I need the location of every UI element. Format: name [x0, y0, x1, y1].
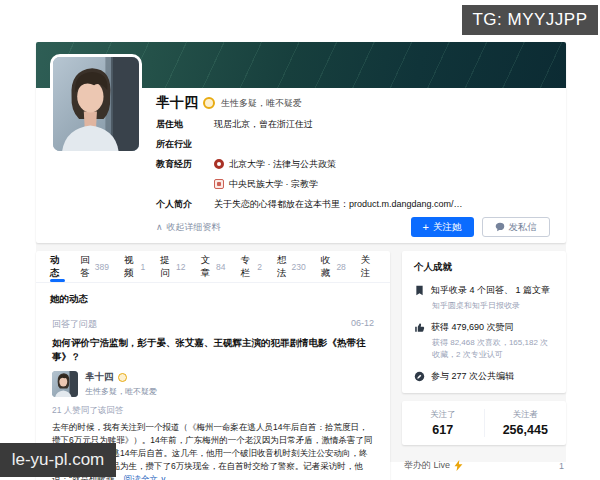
following-stat[interactable]: 关注了 617: [402, 409, 484, 437]
tab-collections[interactable]: 收藏28: [321, 251, 346, 282]
profile-tabs: 动态 回答389 视频1 提问12 文章84 专栏2 想法230 收藏28 关注: [36, 251, 390, 283]
upvote-meta: 21 人赞同了该回答: [52, 405, 374, 417]
follow-button[interactable]: + 关注她: [411, 217, 474, 237]
tab-articles[interactable]: 文章84: [200, 251, 225, 282]
verified-badge-icon[interactable]: [203, 97, 215, 109]
achievement-item: 参与 277 次公共编辑: [414, 370, 554, 383]
profile-avatar[interactable]: [50, 54, 142, 154]
send-message-button[interactable]: 发私信: [482, 217, 551, 237]
profile-header-card: 芈十四 生性多疑，唯不疑爱 居住地 现居北京，曾在浙江住过 所在行业 教育经历: [36, 42, 566, 243]
tab-answers[interactable]: 回答389: [80, 251, 109, 282]
tab-columns[interactable]: 专栏2: [241, 251, 262, 282]
tab-ideas[interactable]: 想法230: [277, 251, 306, 282]
author-name[interactable]: 芈十四: [85, 371, 114, 384]
site-watermark: le-yu-pl.com: [0, 443, 116, 477]
author-avatar[interactable]: [52, 371, 78, 397]
residence-row: 居住地 现居北京，曾在浙江住过: [156, 114, 550, 134]
answer-author: 芈十四 生性多疑，唯不疑爱: [52, 371, 374, 397]
achievements-title: 个人成就: [414, 261, 554, 274]
university-seal-icon: [214, 159, 224, 169]
chevron-down-icon: ∨: [160, 474, 166, 480]
education-entry: 北京大学 · 法律与公共政策: [214, 154, 336, 174]
live-count: 1: [559, 461, 564, 471]
verified-badge-icon: [118, 373, 127, 382]
followers-stat[interactable]: 关注者 256,445: [484, 409, 567, 437]
tab-questions[interactable]: 提问12: [160, 251, 185, 282]
tab-videos[interactable]: 视频1: [124, 251, 145, 282]
collection-icon: [414, 285, 425, 296]
thumbs-up-icon: [414, 322, 425, 333]
follow-stats-card: 关注了 617 关注者 256,445: [402, 401, 566, 445]
live-row[interactable]: 举办的 Live 1: [402, 453, 566, 472]
feed-section-title: 她的动态: [36, 283, 390, 306]
tab-following[interactable]: 关注: [361, 251, 376, 282]
industry-row: 所在行业: [156, 134, 550, 154]
bio-row: 个人简介 关于失恋的心得都放在这本书里：product.m.dangdang.c…: [156, 194, 550, 214]
feed-date: 06-12: [351, 318, 374, 331]
plus-icon: +: [423, 222, 429, 233]
profile-name: 芈十四: [156, 94, 198, 112]
page-background: 芈十四 生性多疑，唯不疑爱 居住地 现居北京，曾在浙江住过 所在行业 教育经历: [36, 42, 566, 462]
question-title[interactable]: 如何评价宁浩监制，彭于晏、张艾嘉、王砚辉主演的犯罪剧情电影《热带往事》？: [52, 336, 374, 365]
tg-watermark: TG: MYYJJPP: [462, 5, 598, 35]
avatar-portrait-illustration: [52, 371, 78, 397]
live-label: 举办的 Live: [404, 459, 450, 472]
profile-info: 芈十四 生性多疑，唯不疑爱 居住地 现居北京，曾在浙江住过 所在行业 教育经历: [156, 88, 566, 243]
collapse-details-link[interactable]: ∧ 收起详细资料: [156, 221, 221, 234]
achievements-card: 个人成就 知乎收录 4 个回答、 1 篇文章 知乎圆桌和知乎日报收录 获得 47…: [402, 251, 566, 393]
education-row: 教育经历 北京大学 · 法律与公共政策 中央民族大学 · 宗教学: [156, 154, 550, 194]
profile-headline: 生性多疑，唯不疑爱: [221, 97, 302, 110]
chat-bubble-icon: [495, 222, 505, 232]
industry-label: 所在行业: [156, 134, 214, 154]
education-label: 教育经历: [156, 154, 214, 194]
edit-icon: [414, 371, 425, 382]
residence-value: 现居北京，曾在浙江住过: [214, 114, 313, 134]
bio-value: 关于失恋的心得都放在这本书里：product.m.dangdang.com/…: [214, 194, 463, 214]
tab-activity[interactable]: 动态: [50, 251, 65, 282]
feed-action-label: 回答了问题: [52, 318, 97, 331]
chevron-up-icon: ∧: [156, 222, 163, 232]
lightning-icon: [454, 460, 463, 471]
achievement-item: 获得 479,690 次赞同 获得 82,468 次喜欢，165,182 次收藏…: [414, 321, 554, 361]
read-more-link[interactable]: 阅读全文 ∨: [124, 474, 167, 480]
education-entry: 中央民族大学 · 宗教学: [214, 174, 336, 194]
university-seal-icon: [214, 179, 224, 189]
bio-label: 个人简介: [156, 194, 214, 214]
avatar-portrait-illustration: [53, 57, 139, 151]
profile-sidebar: 个人成就 知乎收录 4 个回答、 1 篇文章 知乎圆桌和知乎日报收录 获得 47…: [402, 251, 566, 472]
zhihu-profile-page: 芈十四 生性多疑，唯不疑爱 居住地 现居北京，曾在浙江住过 所在行业 教育经历: [0, 0, 600, 480]
author-headline: 生性多疑，唯不疑爱: [85, 386, 157, 397]
residence-label: 居住地: [156, 114, 214, 134]
achievement-item: 知乎收录 4 个回答、 1 篇文章 知乎圆桌和知乎日报收录: [414, 284, 554, 312]
